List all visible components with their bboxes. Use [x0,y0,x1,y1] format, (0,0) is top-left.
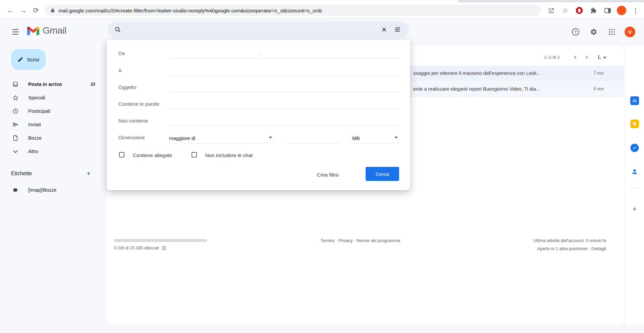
account-location-text[interactable]: Aperto in 1 altra posizione · Dettagli [537,246,606,251]
keep-icon[interactable] [630,120,639,128]
size-value-field[interactable] [285,133,340,143]
browser-chrome: ← → ⟳ mail.google.com/mail/u/2/#create-f… [0,0,644,18]
inbox-count: 22 [91,82,95,87]
search-icon[interactable] [111,23,124,36]
search-button[interactable]: Cerca [366,167,399,181]
google-apps-grid-icon[interactable] [605,25,619,39]
side-panel-icon[interactable] [601,4,614,17]
legal-links[interactable]: Termini · Privacy · Norme del programma [308,238,413,243]
sidebar-label-imap-bozze[interactable]: [Imap]/Bozze [3,183,103,197]
search-input[interactable] [124,23,377,36]
storage-info: 0 GB di 15 GB utilizzati [114,245,166,250]
search-options-tune-icon[interactable] [391,23,404,36]
back-icon[interactable]: ← [4,4,17,17]
main-menu-icon[interactable] [9,25,22,39]
sidebar-item-more[interactable]: Altro [3,145,103,158]
size-operator-dropdown[interactable]: maggiore di [169,133,274,143]
share-icon[interactable] [545,4,557,17]
sidebar-item-label: Speciali [28,95,45,100]
pagination-count: 1–2 di 2 [544,55,559,60]
field-label-has-words: Contiene le parole [118,101,159,107]
forward-icon[interactable]: → [17,4,30,17]
create-filter-button[interactable]: Crea filtro [310,170,345,180]
tasks-icon[interactable] [631,144,639,152]
sidebar-item-snoozed[interactable]: Posticipati [3,104,103,118]
browser-profile-avatar[interactable] [615,4,628,17]
email-snippet: ente a realizzare eleganti report Buongi… [413,86,540,92]
create-label-plus-icon[interactable]: + [84,169,93,178]
close-search-icon[interactable]: ✕ [377,23,391,36]
panel-divider [630,188,640,188]
has-attachment-checkbox[interactable] [119,152,124,157]
sidebar-item-label: Bozze [28,135,42,141]
browser-toolbar: ← → ⟳ mail.google.com/mail/u/2/#create-f… [0,2,644,18]
gmail-wordmark: Gmail [43,25,66,36]
labels-title: Etichette [11,171,32,177]
tab-strip [457,0,644,2]
get-addons-plus-icon[interactable]: + [630,204,640,214]
has-words-field[interactable] [169,100,400,109]
storage-text: 0 GB di 15 GB utilizzati [114,245,159,250]
older-page-chevron-icon[interactable]: › [581,52,592,62]
adblocker-badge [576,7,583,14]
external-link-icon[interactable] [162,246,166,250]
document-icon [12,135,19,141]
pencil-icon [17,56,23,62]
sidebar-label-text: [Imap]/Bozze [28,187,57,193]
size-unit-arrow-icon [394,137,398,139]
from-value-hint: ... [258,50,262,55]
inbox-icon [12,81,19,87]
bookmark-star-icon[interactable]: ☆ [559,4,572,17]
compose-button[interactable]: Scrivi [11,49,46,70]
email-date: 5 nov [593,87,604,91]
sidebar-item-sent[interactable]: Inviati [3,118,103,131]
account-avatar[interactable]: V [623,25,637,39]
side-panel: 31 + [625,45,644,325]
size-unit-value: MB [352,135,360,141]
size-unit-dropdown[interactable]: MB [349,133,400,143]
size-operator-arrow-icon [269,137,272,139]
lock-icon [50,8,55,13]
exclude-chats-checkbox[interactable] [192,152,197,157]
has-attachment-label: Contiene allegato [133,152,172,158]
send-icon [12,122,19,128]
clock-icon [12,108,19,114]
address-bar[interactable]: mail.google.com/mail/u/2/#create-filter/… [45,5,541,16]
sidebar-item-drafts[interactable]: Bozze [3,131,103,145]
adblocker-icon[interactable] [573,4,586,17]
from-field[interactable] [169,49,400,58]
labels-header: Etichette + [11,169,93,178]
extensions-puzzle-icon[interactable] [587,4,600,17]
sidebar-item-starred[interactable]: Speciali [3,91,103,104]
gmail-m-icon [27,26,40,36]
contacts-icon[interactable] [630,167,639,176]
list-toolbar-pagination: 1–2 di 2 ‹ › It [544,52,606,62]
email-date: 7 nov [593,71,604,76]
to-field[interactable] [169,66,400,76]
subject-field[interactable] [169,83,400,92]
account-activity-text: Ultima attività dell'account: 0 minuti f… [533,238,606,243]
sidebar-item-label: Posticipati [28,108,50,114]
email-snippet: ssaggio per ottenere il massimo dall'esp… [413,70,541,76]
field-label-size: Dimensione [118,135,145,140]
help-icon[interactable]: ? [569,25,582,39]
refresh-icon[interactable]: ⟳ [30,4,42,17]
search-bar[interactable]: ✕ [108,21,409,38]
doesnt-have-field[interactable] [169,116,400,126]
input-tools-selector[interactable]: It [598,54,606,60]
settings-gear-icon[interactable] [587,25,600,39]
field-label-to: A [118,67,122,73]
sidebar-item-inbox[interactable]: Posta in arrivo 22 [3,78,103,91]
browser-menu-icon[interactable]: ⋮ [629,4,642,17]
star-icon [12,95,19,101]
sidebar-item-label: Posta in arrivo [28,82,62,87]
label-tag-icon [12,187,19,193]
create-filter-dialog: Da ... A Oggetto Contiene le parole Non … [107,40,410,190]
calendar-icon[interactable]: 31 [630,96,639,105]
sidebar-item-label: Inviati [28,122,41,127]
exclude-chats-label: Non includere le chat [205,152,253,158]
storage-progress-bar [114,239,207,242]
newer-page-chevron-icon[interactable]: ‹ [570,52,581,62]
gmail-logo[interactable]: Gmail [27,25,66,36]
url-text[interactable]: mail.google.com/mail/u/2/#create-filter/… [58,8,322,13]
